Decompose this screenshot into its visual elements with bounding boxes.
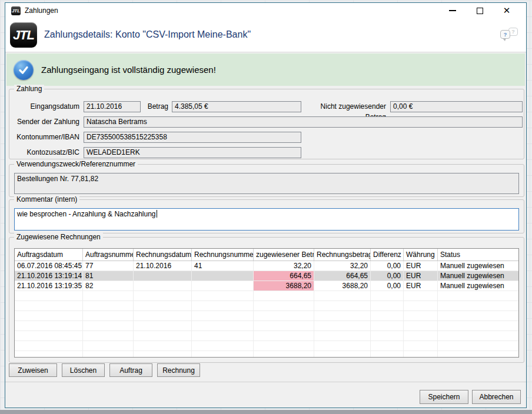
empty-table-cell [83, 311, 134, 321]
sender-field[interactable]: Natascha Bertrams [84, 116, 523, 128]
maximize-button[interactable] [476, 6, 484, 15]
status-banner-text: Zahlungseingang ist vollständig zugewies… [41, 65, 216, 75]
table-cell[interactable]: Manuell zugewiesen [438, 261, 519, 271]
table-cell[interactable] [134, 271, 192, 281]
table-cell[interactable]: 0,00 [371, 271, 404, 281]
empty-table-cell [438, 351, 519, 358]
auftrag-button[interactable]: Auftrag [109, 363, 152, 377]
invoice-table-header[interactable]: AuftragsdatumAuftragsnummerRechnungsdatu… [15, 249, 518, 261]
background-app-statusbar [0, 410, 532, 414]
table-cell[interactable]: EUR [404, 261, 438, 271]
rechnung-button[interactable]: Rechnung [157, 363, 200, 377]
empty-table-cell [254, 351, 314, 358]
table-cell[interactable]: 664,65 [254, 271, 314, 281]
table-cell[interactable]: 21.10.2016 13:19:35 [15, 281, 83, 291]
empty-table-cell [314, 291, 371, 301]
empty-table-cell [404, 311, 438, 321]
kommentar-group-label: Kommentar (intern) [14, 195, 79, 203]
empty-table-cell [314, 351, 371, 358]
empty-table-row [15, 291, 518, 301]
column-header[interactable]: Rechnungsbetrag [314, 249, 371, 261]
rechnungen-group-label: Zugewiesene Rechnungen [14, 233, 103, 241]
table-cell[interactable]: 3688,20 [314, 281, 371, 291]
table-cell[interactable] [134, 281, 192, 291]
table-cell[interactable]: 664,65 [314, 271, 371, 281]
column-header[interactable]: zugewiesener Betrag [254, 249, 314, 261]
empty-table-cell [192, 321, 254, 331]
column-header[interactable]: Auftragsdatum [15, 249, 83, 261]
empty-table-cell [438, 301, 519, 311]
empty-table-cell [314, 321, 371, 331]
column-header[interactable]: Status [438, 249, 519, 261]
table-cell[interactable]: 81 [83, 271, 134, 281]
table-cell[interactable]: EUR [404, 281, 438, 291]
table-row[interactable]: 21.10.2016 13:19:35823688,203688,200,00E… [15, 281, 518, 291]
table-cell[interactable]: Manuell zugewiesen [438, 281, 519, 291]
empty-table-cell [83, 321, 134, 331]
zahlung-group: Zahlung Eingangsdatum 21.10.2016 Betrag … [9, 89, 524, 159]
empty-table-cell [15, 341, 83, 351]
table-cell[interactable] [192, 281, 254, 291]
kommentar-field[interactable]: wie besprochen - Anzahlung & Nachzahlung [14, 208, 519, 231]
abbrechen-button[interactable]: Abbrechen [472, 390, 521, 404]
empty-table-row [15, 311, 518, 321]
empty-table-cell [134, 351, 192, 358]
zuweisen-button[interactable]: Zuweisen [9, 363, 57, 377]
empty-table-cell [192, 291, 254, 301]
empty-table-cell [192, 331, 254, 341]
column-header[interactable]: Differenz [371, 249, 404, 261]
eingangsdatum-label: Eingangsdatum [9, 101, 79, 112]
close-button[interactable]: ✕ [503, 6, 511, 15]
bic-field[interactable]: WELADED1ERK [84, 147, 301, 158]
verwendungszweck-group-label: Verwendungszweck/Referenznummer [14, 160, 138, 168]
table-cell[interactable]: 0,00 [371, 261, 404, 271]
table-cell[interactable]: EUR [404, 271, 438, 281]
table-cell[interactable]: 0,00 [371, 281, 404, 291]
table-cell[interactable]: 06.07.2016 08:45:45 [15, 261, 83, 271]
loeschen-button[interactable]: Löschen [62, 363, 105, 377]
empty-table-cell [134, 321, 192, 331]
table-cell[interactable]: 77 [83, 261, 134, 271]
table-cell[interactable] [192, 271, 254, 281]
table-cell[interactable]: 82 [83, 281, 134, 291]
empty-table-cell [254, 291, 314, 301]
minimize-button[interactable] [448, 6, 457, 15]
table-row[interactable]: 06.07.2016 08:45:457721.10.20164132,2032… [15, 261, 518, 271]
empty-table-cell [83, 331, 134, 341]
verwendungszweck-field[interactable]: Bestellungen Nr. 77,81,82 [14, 173, 519, 194]
table-cell[interactable]: 41 [192, 261, 254, 271]
empty-table-cell [438, 341, 519, 351]
column-header[interactable]: Auftragsnummer [83, 249, 134, 261]
table-cell[interactable]: 21.10.2016 13:19:14 [15, 271, 83, 281]
invoice-table[interactable]: AuftragsdatumAuftragsnummerRechnungsdatu… [14, 248, 519, 358]
table-cell[interactable]: 21.10.2016 [134, 261, 192, 271]
empty-table-cell [438, 291, 519, 301]
empty-table-cell [192, 301, 254, 311]
empty-table-cell [371, 331, 404, 341]
iban-field[interactable]: DE735500538515225358 [84, 132, 301, 143]
empty-table-cell [83, 291, 134, 301]
table-row[interactable]: 21.10.2016 13:19:1481664,65664,650,00EUR… [15, 271, 518, 281]
speichern-button[interactable]: Speichern [420, 390, 468, 404]
betrag-field[interactable]: 4.385,05 € [172, 101, 301, 112]
table-cell[interactable]: 32,20 [314, 261, 371, 271]
table-cell[interactable]: 32,20 [254, 261, 314, 271]
empty-table-cell [254, 331, 314, 341]
help-chat-icon[interactable]: ? ? [500, 28, 518, 42]
empty-table-cell [371, 301, 404, 311]
table-cell[interactable]: 3688,20 [254, 281, 314, 291]
empty-table-cell [404, 331, 438, 341]
column-header[interactable]: Währung [404, 249, 438, 261]
empty-table-cell [371, 321, 404, 331]
table-cell[interactable]: Manuell zugewiesen [438, 271, 519, 281]
empty-table-cell [371, 351, 404, 358]
jtl-app-icon: JTL [11, 6, 21, 15]
empty-table-row [15, 351, 518, 358]
eingangsdatum-field[interactable]: 21.10.2016 [84, 101, 141, 112]
kommentar-text: wie besprochen - Anzahlung & Nachzahlung [17, 210, 156, 218]
column-header[interactable]: Rechnungsnummer [192, 249, 254, 261]
iban-label: Kontonummer/IBAN [9, 132, 79, 142]
nicht-zugewiesen-field[interactable]: 0,00 € [390, 101, 523, 112]
column-header[interactable]: Rechnungsdatum [134, 249, 192, 261]
empty-table-row [15, 321, 518, 331]
